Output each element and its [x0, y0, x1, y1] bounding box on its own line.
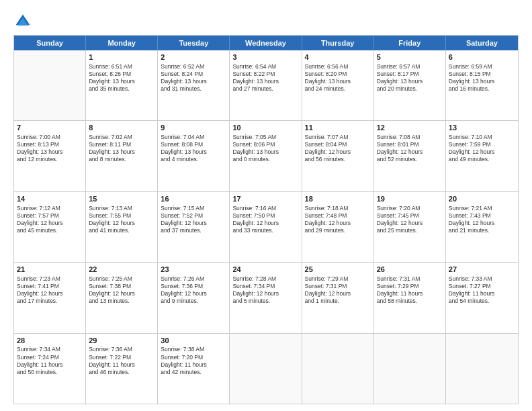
day-number: 14 — [17, 194, 83, 204]
day-info-line: Sunset: 7:45 PM — [377, 212, 443, 220]
calendar-body: 1Sunrise: 6:51 AMSunset: 8:26 PMDaylight… — [14, 50, 518, 404]
day-info-line: Sunrise: 7:04 AM — [161, 134, 226, 141]
day-info-line: Daylight: 13 hours — [305, 78, 371, 85]
day-number: 27 — [449, 265, 515, 275]
day-number: 12 — [377, 123, 443, 133]
header-day-saturday: Saturday — [446, 36, 518, 50]
day-number: 9 — [161, 123, 226, 133]
header-day-tuesday: Tuesday — [158, 36, 230, 50]
day-info-line: Sunset: 7:20 PM — [161, 354, 226, 361]
day-number: 16 — [161, 194, 226, 204]
day-info-line: Sunrise: 7:36 AM — [89, 346, 154, 353]
day-cell-9: 9Sunrise: 7:04 AMSunset: 8:08 PMDaylight… — [158, 121, 230, 191]
calendar-header: SundayMondayTuesdayWednesdayThursdayFrid… — [14, 36, 518, 50]
day-number: 17 — [232, 194, 298, 204]
day-info-line: Sunrise: 7:29 AM — [305, 275, 371, 283]
day-info-line: Daylight: 12 hours — [449, 148, 515, 156]
day-info-line: Sunrise: 7:00 AM — [17, 134, 83, 141]
day-info-line: Sunset: 8:17 PM — [377, 71, 443, 78]
day-number: 25 — [305, 265, 371, 275]
day-number: 18 — [305, 194, 371, 204]
day-info-line: and 42 minutes. — [161, 369, 226, 376]
day-number: 10 — [232, 123, 298, 133]
day-info-line: Daylight: 13 hours — [17, 148, 83, 156]
day-info-line: Sunrise: 7:15 AM — [161, 205, 226, 212]
day-info-line: Daylight: 11 hours — [161, 361, 226, 369]
day-info-line: Sunrise: 7:02 AM — [89, 134, 154, 141]
day-cell-23: 23Sunrise: 7:26 AMSunset: 7:36 PMDayligh… — [158, 263, 230, 332]
day-number: 5 — [377, 52, 443, 62]
day-info-line: Daylight: 11 hours — [449, 290, 515, 298]
day-cell-20: 20Sunrise: 7:21 AMSunset: 7:43 PMDayligh… — [446, 192, 518, 262]
day-info-line: Sunset: 7:27 PM — [449, 283, 515, 290]
day-info-line: Daylight: 12 hours — [161, 290, 226, 298]
day-info-line: and 52 minutes. — [377, 156, 443, 163]
day-info-line: and 9 minutes. — [161, 298, 226, 305]
day-info-line: and 17 minutes. — [17, 298, 83, 305]
day-cell-18: 18Sunrise: 7:18 AMSunset: 7:48 PMDayligh… — [302, 192, 374, 262]
day-info-line: Sunrise: 6:59 AM — [449, 63, 515, 71]
day-info-line: Sunrise: 6:54 AM — [232, 63, 298, 71]
day-cell-26: 26Sunrise: 7:31 AMSunset: 7:29 PMDayligh… — [374, 263, 446, 332]
day-cell-5: 5Sunrise: 6:57 AMSunset: 8:17 PMDaylight… — [374, 50, 446, 120]
day-info-line: Daylight: 13 hours — [89, 78, 154, 85]
header-day-wednesday: Wednesday — [230, 36, 302, 50]
calendar-row-2: 14Sunrise: 7:12 AMSunset: 7:57 PMDayligh… — [14, 192, 518, 263]
day-info-line: Sunset: 8:22 PM — [232, 71, 298, 78]
day-number: 21 — [17, 265, 83, 275]
day-info-line: Sunrise: 7:26 AM — [161, 275, 226, 283]
day-info-line: and 5 minutes. — [232, 298, 298, 305]
day-info-line: Daylight: 13 hours — [161, 148, 226, 156]
day-info-line: Sunrise: 6:52 AM — [161, 63, 226, 71]
day-info-line: Daylight: 13 hours — [377, 78, 443, 85]
day-info-line: and 49 minutes. — [449, 156, 515, 163]
day-info-line: Daylight: 12 hours — [89, 220, 154, 227]
day-number: 30 — [161, 336, 226, 346]
day-info-line: and 27 minutes. — [232, 85, 298, 93]
day-number: 29 — [89, 336, 154, 346]
day-info-line: Sunset: 8:08 PM — [161, 141, 226, 148]
day-info-line: and 35 minutes. — [89, 85, 154, 93]
day-info-line: Sunset: 7:50 PM — [232, 212, 298, 220]
calendar-row-1: 7Sunrise: 7:00 AMSunset: 8:13 PMDaylight… — [14, 121, 518, 191]
day-info-line: and 56 minutes. — [305, 156, 371, 163]
day-info-line: Sunset: 8:20 PM — [305, 71, 371, 78]
day-cell-4: 4Sunrise: 6:56 AMSunset: 8:20 PMDaylight… — [302, 50, 374, 120]
day-info-line: Sunrise: 7:05 AM — [232, 134, 298, 141]
day-cell-24: 24Sunrise: 7:28 AMSunset: 7:34 PMDayligh… — [230, 263, 302, 332]
day-info-line: Sunset: 7:41 PM — [17, 283, 83, 290]
day-info-line: Daylight: 12 hours — [161, 220, 226, 227]
day-info-line: Sunset: 7:24 PM — [17, 354, 83, 361]
day-info-line: and 20 minutes. — [377, 85, 443, 93]
day-info-line: Sunrise: 7:13 AM — [89, 205, 154, 212]
day-info-line: Sunset: 8:06 PM — [232, 141, 298, 148]
day-info-line: Daylight: 13 hours — [449, 78, 515, 85]
empty-cell-4-3 — [230, 334, 302, 404]
header-day-monday: Monday — [86, 36, 158, 50]
day-info-line: Sunset: 7:31 PM — [305, 283, 371, 290]
day-cell-17: 17Sunrise: 7:16 AMSunset: 7:50 PMDayligh… — [230, 192, 302, 262]
header — [13, 12, 519, 31]
day-number: 8 — [89, 123, 154, 133]
day-number: 19 — [377, 194, 443, 204]
day-info-line: Daylight: 12 hours — [17, 220, 83, 227]
logo-icon — [13, 12, 32, 31]
day-info-line: Sunset: 8:04 PM — [305, 141, 371, 148]
day-info-line: and 41 minutes. — [89, 227, 154, 234]
empty-cell-4-4 — [302, 334, 374, 404]
day-info-line: Sunset: 7:55 PM — [89, 212, 154, 220]
day-info-line: Sunset: 8:15 PM — [449, 71, 515, 78]
day-info-line: Sunrise: 7:34 AM — [17, 346, 83, 353]
day-info-line: Sunset: 7:43 PM — [449, 212, 515, 220]
day-info-line: Sunset: 7:22 PM — [89, 354, 154, 361]
day-number: 28 — [17, 336, 83, 346]
day-cell-19: 19Sunrise: 7:20 AMSunset: 7:45 PMDayligh… — [374, 192, 446, 262]
day-cell-21: 21Sunrise: 7:23 AMSunset: 7:41 PMDayligh… — [14, 263, 86, 332]
empty-cell-0-0 — [14, 50, 86, 120]
day-info-line: Sunrise: 7:16 AM — [232, 205, 298, 212]
day-info-line: Daylight: 12 hours — [305, 148, 371, 156]
day-info-line: and 24 minutes. — [305, 85, 371, 93]
day-number: 1 — [89, 52, 154, 62]
day-number: 4 — [305, 52, 371, 62]
day-info-line: Sunset: 8:26 PM — [89, 71, 154, 78]
